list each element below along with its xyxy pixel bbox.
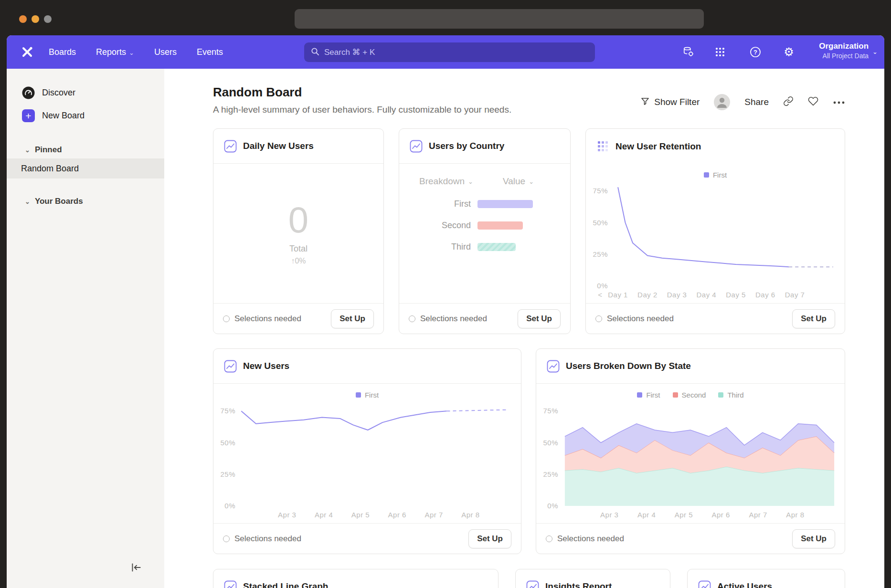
skeleton-bar: [477, 200, 533, 208]
svg-text:Apr 4: Apr 4: [637, 511, 656, 519]
set-up-button[interactable]: Set Up: [792, 529, 835, 548]
svg-text:Day 6: Day 6: [755, 291, 775, 299]
sidebar-section-your-boards[interactable]: ⌄ Your Boards: [7, 193, 164, 210]
window-minimize-button[interactable]: [32, 15, 39, 23]
share-button[interactable]: Share: [744, 97, 769, 107]
svg-text:75%: 75%: [543, 407, 558, 415]
chart-legend: First: [213, 389, 521, 400]
window-zoom-button[interactable]: [44, 15, 52, 23]
mixpanel-logo[interactable]: [20, 45, 34, 59]
sidebar: Discover + New Board ⌄ Pinned Random Boa…: [7, 69, 164, 588]
retention-grid-icon: [596, 140, 609, 153]
svg-text:Day 5: Day 5: [726, 291, 746, 299]
nav-item-reports[interactable]: Reports ⌄: [96, 47, 134, 57]
svg-text:Apr 4: Apr 4: [315, 511, 333, 519]
sidebar-item-random-board[interactable]: Random Board: [7, 158, 164, 178]
avatar[interactable]: [714, 94, 730, 110]
set-up-button[interactable]: Set Up: [331, 309, 374, 328]
favorite-heart-icon[interactable]: [808, 96, 818, 108]
status-text: Selections needed: [234, 534, 301, 544]
card-title: Stacked Line Graph: [243, 581, 328, 588]
svg-text:50%: 50%: [593, 219, 608, 227]
app-window: Boards Reports ⌄ Users Events: [7, 35, 884, 588]
copy-link-icon[interactable]: [783, 96, 794, 108]
global-search[interactable]: [304, 42, 595, 62]
card-title: Users Broken Down By State: [566, 361, 691, 371]
svg-text:Day 3: Day 3: [667, 291, 687, 299]
window-close-button[interactable]: [19, 15, 27, 23]
svg-text:Apr 6: Apr 6: [388, 511, 406, 519]
status-circle-icon: [223, 315, 230, 322]
apps-grid-icon[interactable]: [713, 45, 727, 59]
browser-url-bar[interactable]: [295, 9, 704, 29]
line-chart-icon: [224, 140, 237, 153]
legend-swatch: [637, 392, 642, 398]
nav-item-users[interactable]: Users: [154, 47, 177, 57]
card-title: Active Users: [717, 581, 772, 588]
org-scope: All Project Data: [819, 52, 869, 60]
chevron-down-icon: ⌄: [25, 198, 30, 205]
card-users-by-state: Users Broken Down By State First Second …: [536, 348, 845, 554]
status-text: Selections needed: [234, 314, 301, 324]
svg-text:25%: 25%: [543, 470, 558, 478]
set-up-button[interactable]: Set Up: [518, 309, 561, 328]
card-stacked-line-graph: Stacked Line Graph: [213, 569, 499, 588]
board-main: Random Board A high-level summary of use…: [164, 69, 884, 588]
nav-item-events[interactable]: Events: [197, 47, 223, 57]
svg-text:Apr 8: Apr 8: [461, 511, 479, 519]
svg-text:?: ?: [753, 49, 757, 56]
svg-text:75%: 75%: [220, 407, 235, 415]
skeleton-bar: [477, 221, 523, 230]
chevron-down-icon: ⌄: [25, 147, 30, 154]
svg-text:25%: 25%: [220, 470, 235, 478]
metric-caption: Total: [289, 244, 308, 254]
svg-text:Day 7: Day 7: [785, 291, 805, 299]
help-icon[interactable]: ?: [749, 45, 762, 59]
chart-legend: First: [586, 169, 845, 180]
svg-text:Apr 5: Apr 5: [675, 511, 693, 519]
settings-gear-icon[interactable]: ⚙: [782, 45, 796, 59]
svg-text:0%: 0%: [597, 282, 608, 290]
card-title: New Users: [243, 361, 289, 371]
status-text: Selections needed: [420, 314, 487, 324]
sidebar-new-board-button[interactable]: + New Board: [7, 104, 164, 127]
country-row: Third: [399, 242, 570, 252]
show-filter-button[interactable]: Show Filter: [640, 96, 700, 108]
chart-legend: First Second Third: [536, 389, 845, 400]
svg-text:Day 1: Day 1: [608, 291, 628, 299]
card-insights-report: Insights Report: [515, 569, 670, 588]
set-up-button[interactable]: Set Up: [468, 529, 511, 548]
sidebar-item-discover[interactable]: Discover: [7, 81, 164, 104]
line-chart-icon: [224, 360, 237, 373]
search-input[interactable]: [324, 48, 588, 57]
svg-text:Apr 6: Apr 6: [712, 511, 730, 519]
card-title: New User Retention: [615, 141, 701, 152]
card-new-users: New Users First 0%25%50%75%Apr 3Apr 4Apr…: [213, 348, 521, 554]
sidebar-collapse-icon[interactable]: [130, 562, 143, 574]
breakdown-dropdown[interactable]: Breakdown ⌄: [419, 176, 473, 187]
new-users-line-chart: 0%25%50%75%Apr 3Apr 4Apr 5Apr 6Apr 7Apr …: [213, 400, 521, 520]
more-menu-icon[interactable]: [833, 98, 845, 106]
org-switcher[interactable]: Organization All Project Data ⌄: [819, 41, 878, 60]
value-dropdown[interactable]: Value ⌄: [503, 176, 534, 187]
svg-text:Apr 7: Apr 7: [749, 511, 767, 519]
org-name: Organization: [819, 41, 869, 52]
status-circle-icon: [223, 536, 230, 542]
card-active-users: Active Users: [687, 569, 845, 588]
sidebar-section-pinned[interactable]: ⌄ Pinned: [7, 141, 164, 158]
svg-text:50%: 50%: [220, 439, 235, 447]
status-circle-icon: [546, 536, 552, 542]
chevron-down-icon: ⌄: [529, 178, 534, 185]
legend-swatch: [673, 392, 678, 398]
svg-text:25%: 25%: [593, 250, 608, 258]
line-chart-icon: [698, 580, 711, 588]
svg-text:Day 4: Day 4: [696, 291, 716, 299]
set-up-button[interactable]: Set Up: [792, 309, 835, 328]
svg-text:Apr 3: Apr 3: [600, 511, 618, 519]
country-row: Second: [399, 220, 570, 231]
metric-value: 0: [288, 202, 308, 238]
line-chart-icon: [224, 580, 237, 588]
nav-item-boards[interactable]: Boards: [49, 47, 76, 57]
data-management-icon[interactable]: [682, 45, 695, 59]
svg-text:Apr 3: Apr 3: [278, 511, 296, 519]
